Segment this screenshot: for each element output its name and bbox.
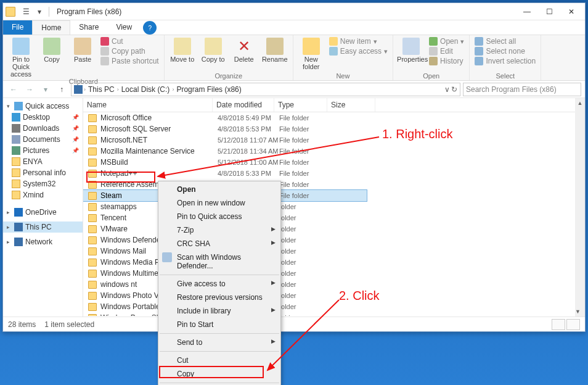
delete-button[interactable]: ✕Delete	[230, 36, 258, 63]
maximize-button[interactable]: ☐	[538, 3, 560, 20]
minimize-button[interactable]: —	[516, 3, 538, 20]
folder-icon	[12, 168, 20, 177]
ribbon: Pin to Quick access Copy Paste Cut Copy …	[3, 35, 585, 81]
tab-view[interactable]: View	[107, 20, 141, 35]
new-item-button[interactable]: New item ▾	[328, 36, 389, 46]
open-button[interactable]: Open ▾	[428, 36, 465, 46]
menubar: File Home Share View ?	[3, 20, 585, 35]
sidebar-desktop[interactable]: Desktop📌	[3, 112, 83, 123]
context-open[interactable]: Open	[158, 183, 280, 196]
new-folder-button[interactable]: New folder	[297, 36, 325, 70]
refresh-icon[interactable]: ↻	[451, 85, 457, 94]
pin-icon: 📌	[72, 136, 79, 143]
scroll-down-icon[interactable]: ▼	[575, 307, 581, 317]
addr-dropdown-icon[interactable]: ∨	[444, 85, 450, 94]
qa-dropdown-icon[interactable]: ▾	[34, 6, 45, 17]
properties-button[interactable]: Properties	[397, 36, 425, 66]
star-icon	[14, 102, 23, 110]
submenu-arrow-icon: ▶	[271, 338, 276, 344]
tab-file[interactable]: File	[3, 20, 32, 35]
select-all-button[interactable]: Select all	[473, 36, 537, 46]
sidebar-system32[interactable]: System32	[3, 178, 83, 189]
move-to-button[interactable]: Move to	[168, 36, 197, 63]
copy-to-button[interactable]: Copy to	[199, 36, 227, 63]
scrollbar[interactable]: ▲ ▼	[575, 98, 585, 317]
folder-icon	[88, 181, 97, 189]
context-cut[interactable]: Cut	[158, 354, 280, 367]
view-details-button[interactable]	[552, 319, 565, 330]
column-headers[interactable]: Name Date modified Type Size	[83, 98, 585, 112]
context-7-zip[interactable]: 7-Zip▶	[158, 223, 280, 237]
onedrive-icon	[14, 208, 23, 217]
folder-icon	[12, 191, 20, 199]
edit-button[interactable]: Edit	[428, 46, 465, 56]
pin-quick-access-button[interactable]: Pin to Quick access	[7, 36, 35, 78]
folder-icon	[88, 236, 97, 244]
context-copy[interactable]: Copy	[158, 367, 280, 381]
sidebar-downloads[interactable]: Downloads📌	[3, 123, 83, 134]
tab-home[interactable]: Home	[32, 20, 70, 35]
folder-icon	[88, 303, 97, 311]
rename-button[interactable]: Rename	[261, 36, 289, 63]
sidebar-xmind[interactable]: Xmind	[3, 189, 83, 201]
context-restore-previous-versions[interactable]: Restore previous versions	[158, 291, 280, 304]
context-pin-to-start[interactable]: Pin to Start	[158, 318, 280, 331]
status-selected: 1 item selected	[44, 320, 94, 329]
col-date: Date modified	[213, 98, 274, 112]
paste-shortcut-button[interactable]: Paste shortcut	[99, 56, 160, 66]
tab-share[interactable]: Share	[70, 20, 107, 35]
file-row[interactable]: Notepad++4/8/2018 5:33 PMFile folder	[83, 168, 585, 179]
file-row[interactable]: Microsoft SQL Server4/8/2018 5:53 PMFile…	[83, 123, 585, 135]
nav-up-button[interactable]: ↑	[55, 83, 68, 96]
qa-save-icon[interactable]: ☰	[20, 6, 31, 17]
help-icon[interactable]: ?	[143, 21, 157, 35]
context-include-in-library[interactable]: Include in library▶	[158, 304, 280, 318]
context-crc-sha[interactable]: CRC SHA▶	[158, 237, 280, 250]
search-input[interactable]: Search Program Files (x86)	[463, 83, 581, 96]
sidebar-documents[interactable]: Documents📌	[3, 134, 83, 145]
pc-icon	[14, 223, 23, 231]
sidebar-personal[interactable]: Personal info	[3, 167, 83, 178]
titlebar: ☰ ▾ Program Files (x86) — ☐ ✕	[3, 3, 585, 20]
cut-button[interactable]: Cut	[99, 36, 160, 46]
invert-selection-button[interactable]: Invert selection	[473, 56, 537, 66]
view-icons-button[interactable]	[566, 319, 580, 330]
file-row[interactable]: Microsoft Office4/8/2018 5:49 PMFile fol…	[83, 112, 585, 123]
sidebar-onedrive[interactable]: ▸OneDrive	[3, 207, 83, 218]
folder-icon	[88, 192, 97, 200]
window-title: Program Files (x86)	[57, 7, 516, 16]
folder-icon	[88, 292, 97, 300]
folder-icon	[88, 159, 97, 167]
col-type: Type	[274, 98, 327, 112]
context-pin-to-quick-access[interactable]: Pin to Quick access	[158, 210, 280, 223]
sidebar-quick-access[interactable]: ▾Quick access	[3, 101, 83, 112]
close-button[interactable]: ✕	[560, 3, 582, 20]
sidebar-enya[interactable]: ENYA	[3, 156, 83, 167]
breadcrumb[interactable]: ›This PC ›Local Disk (C:) ›Program Files…	[71, 83, 460, 96]
context-scan-with-windows-defender-[interactable]: Scan with Windows Defender...	[158, 250, 280, 273]
file-row[interactable]: MSBuild5/12/2018 11:00 AMFile folder	[83, 157, 585, 168]
context-open-in-new-window[interactable]: Open in new window	[158, 196, 280, 210]
scroll-up-icon[interactable]: ▲	[575, 98, 585, 108]
sidebar-pictures[interactable]: Pictures📌	[3, 145, 83, 156]
nav-recent-button[interactable]: ▾	[39, 83, 52, 96]
nav-forward-button[interactable]: →	[23, 83, 36, 96]
file-row[interactable]: Microsoft.NET5/12/2018 11:07 AMFile fold…	[83, 135, 585, 146]
folder-icon	[88, 214, 97, 222]
sidebar-this-pc[interactable]: ▸This PC	[3, 221, 83, 233]
copy-path-button[interactable]: Copy path	[99, 46, 160, 56]
paste-button[interactable]: Paste	[68, 36, 97, 78]
network-icon	[14, 238, 23, 246]
file-row[interactable]: Mozilla Maintenance Service5/21/2018 11:…	[83, 146, 585, 157]
context-menu: OpenOpen in new windowPin to Quick acces…	[158, 181, 281, 385]
select-none-button[interactable]: Select none	[473, 46, 537, 56]
folder-icon	[88, 270, 97, 278]
context-send-to[interactable]: Send to▶	[158, 336, 280, 349]
sidebar-network[interactable]: ▸Network	[3, 236, 83, 247]
copy-button[interactable]: Copy	[38, 36, 66, 78]
explorer-window: ☰ ▾ Program Files (x86) — ☐ ✕ File Home …	[2, 2, 586, 332]
nav-back-button[interactable]: ←	[7, 83, 20, 96]
history-button[interactable]: History	[428, 56, 465, 66]
context-give-access-to[interactable]: Give access to▶	[158, 277, 280, 291]
easy-access-button[interactable]: Easy access ▾	[328, 46, 389, 56]
